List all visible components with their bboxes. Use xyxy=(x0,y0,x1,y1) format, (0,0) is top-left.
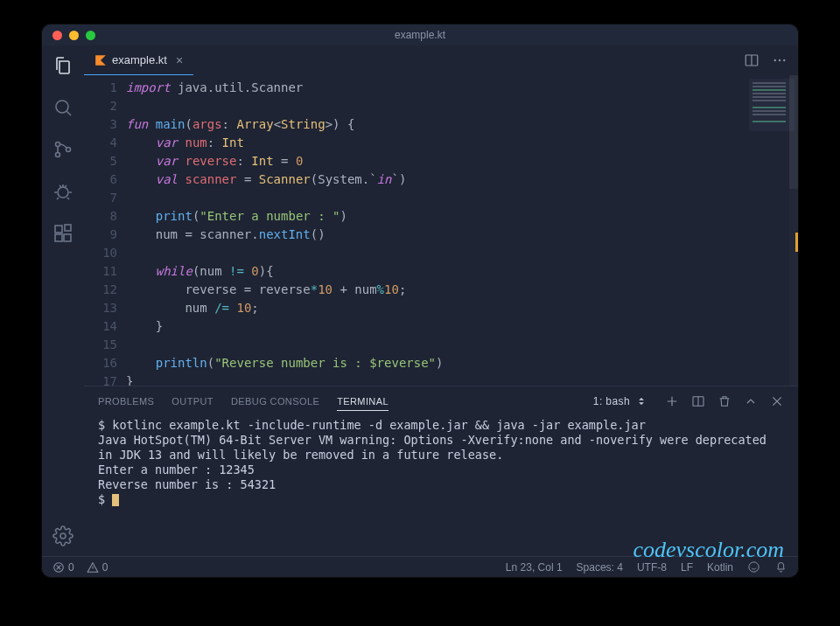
scrollbar-thumb[interactable] xyxy=(789,75,798,189)
split-terminal-icon[interactable] xyxy=(691,394,705,408)
tab-problems[interactable]: PROBLEMS xyxy=(98,393,154,410)
activity-bar xyxy=(42,45,84,556)
svg-rect-7 xyxy=(64,234,71,241)
tab-terminal[interactable]: TERMINAL xyxy=(337,393,388,411)
svg-point-3 xyxy=(66,148,71,152)
status-spaces[interactable]: Spaces: 4 xyxy=(577,561,623,574)
bottom-panel: PROBLEMS OUTPUT DEBUG CONSOLE TERMINAL 1… xyxy=(84,386,798,556)
svg-point-12 xyxy=(774,59,776,61)
minimize-window-button[interactable] xyxy=(69,31,79,40)
svg-point-9 xyxy=(60,533,66,539)
terminal-output[interactable]: $ kotlinc example.kt -include-runtime -d… xyxy=(84,416,798,556)
editor[interactable]: 1234567891011121314151617 import java.ut… xyxy=(84,75,798,386)
overview-ruler-marker xyxy=(795,233,798,252)
svg-rect-6 xyxy=(55,234,62,241)
svg-point-14 xyxy=(783,59,785,61)
error-icon xyxy=(52,561,65,574)
maximize-window-button[interactable] xyxy=(86,31,95,40)
warning-icon xyxy=(87,561,99,574)
workbench: example.kt × 1234567891011121314151617 i… xyxy=(42,45,798,556)
status-cursor[interactable]: Ln 23, Col 1 xyxy=(506,561,563,574)
tab-debug-console[interactable]: DEBUG CONSOLE xyxy=(231,393,319,410)
search-icon[interactable] xyxy=(52,96,74,119)
window-title: example.kt xyxy=(395,29,445,41)
code-area[interactable]: import java.util.Scanner fun main(args: … xyxy=(126,75,746,386)
status-errors[interactable]: 0 xyxy=(52,561,74,574)
editor-actions xyxy=(744,45,798,75)
terminal-selector[interactable]: 1: bash xyxy=(588,393,653,409)
close-panel-icon[interactable] xyxy=(770,394,784,408)
svg-point-2 xyxy=(56,153,60,157)
source-control-icon[interactable] xyxy=(52,138,74,161)
svg-point-13 xyxy=(779,59,780,61)
debug-icon[interactable] xyxy=(52,180,74,203)
maximize-panel-icon[interactable] xyxy=(744,394,758,408)
tab-label: example.kt xyxy=(112,53,167,66)
kill-terminal-icon[interactable] xyxy=(718,394,732,408)
kotlin-file-icon xyxy=(94,54,107,66)
svg-point-1 xyxy=(56,143,60,147)
status-warnings[interactable]: 0 xyxy=(87,561,108,574)
panel-tabs: PROBLEMS OUTPUT DEBUG CONSOLE TERMINAL 1… xyxy=(84,386,798,416)
tab-bar: example.kt × xyxy=(84,45,798,75)
tab-close-icon[interactable]: × xyxy=(176,53,183,67)
dropdown-updown-icon xyxy=(635,395,648,407)
svg-point-17 xyxy=(749,562,759,572)
terminal-selector-label: 1: bash xyxy=(593,395,630,407)
more-actions-icon[interactable] xyxy=(772,52,788,68)
split-editor-icon[interactable] xyxy=(744,52,760,68)
close-window-button[interactable] xyxy=(52,31,62,40)
extensions-icon[interactable] xyxy=(52,222,74,245)
editor-group: example.kt × 1234567891011121314151617 i… xyxy=(84,45,798,556)
watermark: codevscolor.com xyxy=(633,537,784,563)
svg-point-0 xyxy=(56,101,68,113)
vscode-window: example.kt xyxy=(42,24,798,577)
svg-marker-10 xyxy=(95,55,106,66)
explorer-icon[interactable] xyxy=(52,54,74,77)
tab-example-kt[interactable]: example.kt × xyxy=(84,45,193,75)
line-numbers: 1234567891011121314151617 xyxy=(84,75,126,386)
window-controls xyxy=(52,31,95,40)
svg-rect-8 xyxy=(65,225,71,231)
tab-output[interactable]: OUTPUT xyxy=(172,393,214,410)
svg-rect-5 xyxy=(55,226,62,233)
titlebar: example.kt xyxy=(42,24,798,45)
new-terminal-icon[interactable] xyxy=(665,394,679,408)
settings-gear-icon[interactable] xyxy=(52,525,74,547)
svg-point-4 xyxy=(58,187,68,198)
